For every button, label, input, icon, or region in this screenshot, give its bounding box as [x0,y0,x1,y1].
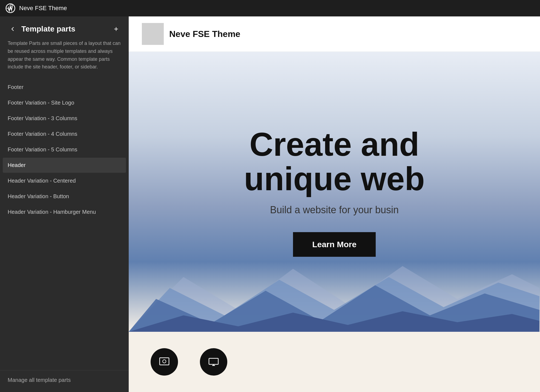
site-name: Neve FSE Theme [169,29,240,39]
sidebar-header-left: Template parts [8,24,75,34]
sidebar-item-footer-3-columns[interactable]: Footer Variation - 3 Columns [3,111,126,126]
sidebar-item-footer-5-columns[interactable]: Footer Variation - 5 Columns [3,142,126,157]
svg-text:W: W [8,6,13,11]
svg-rect-6 [160,358,169,365]
sidebar: Template parts Template Parts are small … [0,16,129,392]
sidebar-item-footer-site-logo[interactable]: Footer Variation - Site Logo [3,95,126,110]
sidebar-header: Template parts [0,16,129,39]
add-button[interactable] [111,24,121,34]
manage-all-link[interactable]: Manage all template parts [8,377,71,383]
hero-headline: Create and unique web [244,127,425,196]
sidebar-title: Template parts [21,25,75,33]
icon-circle-1 [151,348,178,376]
topbar-title: Neve FSE Theme [19,5,67,12]
svg-rect-9 [209,358,218,364]
hero-subtext: Build a website for your busin [270,204,399,216]
sidebar-item-header-hamburger[interactable]: Header Variation - Hamburger Menu [3,204,126,220]
learn-more-button[interactable]: Learn More [293,232,376,257]
sidebar-item-header[interactable]: Header [3,158,126,173]
sidebar-item-footer-4-columns[interactable]: Footer Variation - 4 Columns [3,126,126,142]
bottom-section [129,332,540,392]
sidebar-item-header-centered[interactable]: Header Variation - Centered [3,173,126,188]
sidebar-item-header-button[interactable]: Header Variation - Button [3,189,126,204]
preview-area: Neve FSE Theme Create and unique web Bui… [129,16,540,392]
back-button[interactable] [8,24,18,34]
icon-circle-2 [200,348,227,376]
wordpress-logo: W [5,3,15,13]
main-layout: Template parts Template Parts are small … [0,16,540,392]
top-bar: W Neve FSE Theme [0,0,540,16]
site-logo [142,23,164,45]
hero-section: Create and unique web Build a website fo… [129,52,540,332]
svg-point-7 [163,360,166,363]
mountain-scene [129,255,539,332]
sidebar-nav: FooterFooter Variation - Site LogoFooter… [0,80,129,366]
sidebar-item-footer[interactable]: Footer [3,80,126,95]
sidebar-description: Template Parts are small pieces of a lay… [0,39,129,80]
preview-content: Neve FSE Theme Create and unique web Bui… [129,16,540,392]
site-header: Neve FSE Theme [129,16,540,52]
sidebar-footer: Manage all template parts [0,370,129,392]
